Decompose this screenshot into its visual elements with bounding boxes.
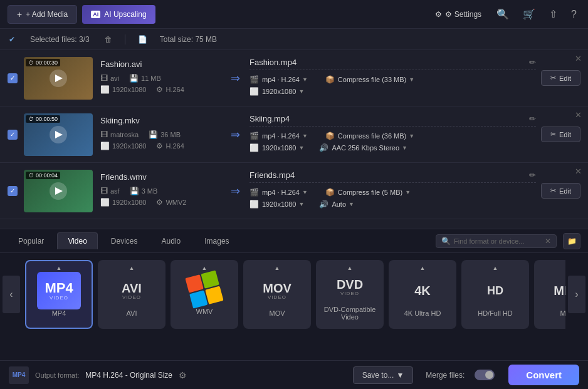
format-tabs: Popular Video Devices Audio Images 🔍 ✕ 📁	[0, 229, 588, 253]
output-resolution-dropdown[interactable]: 1920x1080 ▼	[262, 88, 304, 95]
top-bar-left: + + Add Media AI AI Upscaling	[8, 5, 425, 24]
file-checkbox[interactable]	[8, 186, 18, 196]
format-card-4k[interactable]: ▲ 4K 4K Ultra HD	[389, 260, 456, 329]
top-bar-right: ⚙ ⚙ Settings 🔍 🛒 ⇧ ?	[430, 6, 580, 23]
format-panel: Popular Video Devices Audio Images 🔍 ✕ 📁…	[0, 229, 588, 360]
compress-dropdown[interactable]: Compress file (36 MB) ▼	[338, 132, 414, 140]
format-icon: 🎞	[100, 74, 108, 83]
resolution-icon: ⬜	[100, 142, 110, 150]
search-clear-icon[interactable]: ✕	[545, 237, 551, 246]
mov-name: MOV	[269, 309, 285, 317]
file-name: Fashion.avi	[100, 60, 226, 69]
merge-toggle[interactable]	[475, 370, 495, 380]
format-card-mpg[interactable]: ▲ MPG MPG	[534, 260, 565, 329]
format-search-input[interactable]	[454, 237, 542, 245]
output-row-2: ⬜ 1920x1080 ▼ 🔊 Auto ▼	[249, 200, 536, 209]
play-button[interactable]	[50, 126, 67, 143]
edit-label: Edit	[559, 131, 571, 138]
mov-label: MOV	[263, 282, 291, 294]
output-codec-dropdown[interactable]: mp4 · H.264 ▼	[262, 132, 308, 140]
codec-caret: ▼	[302, 189, 308, 195]
file-checkbox[interactable]	[8, 73, 18, 83]
output-format-icon: MP4	[9, 366, 29, 384]
close-button[interactable]: ✕	[575, 110, 582, 120]
output-resolution-dropdown[interactable]: 1920x1080 ▼	[262, 144, 304, 152]
save-caret: ▼	[396, 371, 404, 380]
output-codec-field: 🎬 mp4 · H.264 ▼	[249, 132, 308, 140]
output-resolution-value: 1920x1080	[262, 200, 296, 208]
compress-dropdown[interactable]: Compress file (5 MB) ▼	[338, 189, 411, 196]
help-button[interactable]: ?	[567, 6, 580, 23]
format-card-avi[interactable]: ▲ AVI VIDEO AVI	[98, 260, 165, 329]
edit-filename-icon[interactable]: ✏	[529, 58, 536, 67]
size-value: 3 MB	[142, 187, 158, 195]
resolution-field-icon: ⬜	[249, 87, 259, 96]
save-to-button[interactable]: Save to... ▼	[353, 366, 414, 384]
ai-upscaling-button[interactable]: AI AI Upscaling	[82, 5, 155, 24]
edit-label: Edit	[559, 75, 571, 82]
tab-video[interactable]: Video	[57, 232, 97, 249]
audio-dropdown[interactable]: AAC 256 Kbps Stereo ▼	[332, 144, 407, 152]
search-button[interactable]: 🔍	[493, 6, 513, 23]
tab-audio[interactable]: Audio	[151, 232, 192, 249]
scissors-icon: ✂	[550, 74, 556, 82]
compress-caret: ▼	[409, 76, 414, 83]
codec-caret: ▼	[302, 76, 308, 83]
audio-caret: ▼	[349, 201, 354, 207]
format-prev-button[interactable]: ‹	[3, 276, 20, 313]
output-resolution-value: 1920x1080	[262, 88, 296, 95]
codec-field-icon: 🎬	[249, 75, 259, 84]
audio-value: AAC 256 Kbps Stereo	[332, 144, 399, 152]
size-meta: 💾 11 MB	[129, 74, 161, 83]
output-codec-value: mp4 · H.264	[262, 132, 300, 140]
hd-icon: HD	[473, 272, 517, 309]
add-media-button[interactable]: + + Add Media	[8, 5, 77, 24]
edit-filename-icon[interactable]: ✏	[529, 114, 536, 123]
edit-filename-icon[interactable]: ✏	[529, 170, 536, 180]
format-icon: 🎞	[100, 187, 108, 195]
format-card-hd[interactable]: ▲ HD HD/Full HD	[461, 260, 529, 329]
share-button[interactable]: ⇧	[545, 6, 561, 23]
output-settings-icon[interactable]: ⚙	[179, 370, 187, 380]
up-arrow-icon: ▲	[202, 265, 207, 271]
dvd-icon: DVD VIDEO	[328, 268, 372, 306]
windows-q2	[201, 270, 219, 288]
output-filename: Friends.mp4	[249, 170, 295, 180]
tab-popular[interactable]: Popular	[8, 232, 55, 249]
add-media-label: + Add Media	[26, 10, 68, 19]
format-value: asf	[110, 187, 120, 195]
play-button[interactable]	[50, 70, 67, 87]
output-resolution-field: ⬜ 1920x1080 ▼	[249, 200, 304, 209]
output-resolution-value: 1920x1080	[262, 144, 296, 152]
cart-button[interactable]: 🛒	[519, 6, 539, 23]
file-thumbnail: ⏱ 00:00:50	[24, 113, 93, 156]
format-card-dvd[interactable]: ▲ DVD VIDEO DVD-Compatible Video	[316, 260, 384, 329]
resolution-caret: ▼	[298, 201, 304, 207]
close-button[interactable]: ✕	[575, 54, 582, 63]
trash-icon[interactable]: 🗑	[105, 35, 112, 44]
format-card-mp4[interactable]: ▲ MP4 VIDEO MP4	[25, 260, 93, 329]
folder-button[interactable]: 📁	[563, 233, 580, 249]
output-codec-dropdown[interactable]: mp4 · H.264 ▼	[262, 189, 308, 196]
settings-icon: ⚙	[435, 10, 442, 19]
edit-button[interactable]: ✂ Edit	[541, 127, 580, 142]
play-button[interactable]	[50, 182, 67, 200]
up-arrow-icon: ▲	[420, 265, 426, 271]
edit-button[interactable]: ✂ Edit	[541, 70, 580, 86]
output-codec-dropdown[interactable]: mp4 · H.264 ▼	[262, 76, 308, 83]
compress-dropdown[interactable]: Compress file (33 MB) ▼	[338, 76, 414, 83]
close-button[interactable]: ✕	[575, 167, 582, 176]
up-arrow-icon: ▲	[129, 265, 135, 271]
codec-caret: ▼	[302, 133, 308, 139]
format-next-button[interactable]: ›	[568, 276, 585, 313]
output-resolution-dropdown[interactable]: 1920x1080 ▼	[262, 200, 304, 208]
format-card-mov[interactable]: ▲ MOV VIDEO MOV	[243, 260, 311, 329]
file-checkbox[interactable]	[8, 130, 18, 140]
convert-button[interactable]: Convert	[508, 365, 579, 385]
audio-dropdown[interactable]: Auto ▼	[332, 200, 354, 208]
tab-images[interactable]: Images	[194, 232, 239, 249]
tab-devices[interactable]: Devices	[100, 232, 149, 249]
settings-button[interactable]: ⚙ ⚙ Settings	[430, 8, 486, 21]
format-card-wmv[interactable]: ▲ WMV	[171, 260, 238, 329]
edit-button[interactable]: ✂ Edit	[541, 183, 580, 199]
